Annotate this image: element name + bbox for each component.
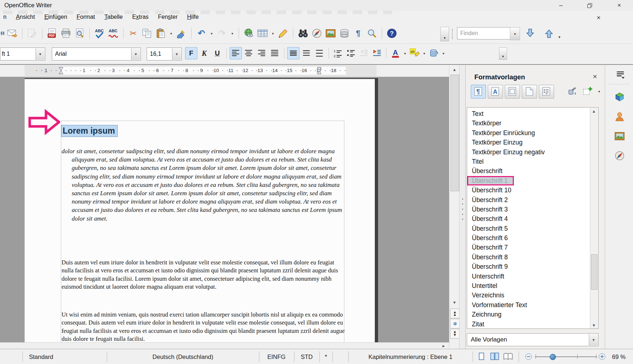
background-color-icon[interactable] (428, 47, 440, 59)
help-icon[interactable]: ? (386, 28, 398, 39)
findbar-options-icon[interactable]: ▾ (558, 35, 561, 39)
document-paragraph-1[interactable]: dolor sit amet, consetetur sadipscing el… (62, 147, 344, 223)
scroll-up-icon[interactable]: ▲ (450, 66, 459, 73)
minimize-button[interactable]: – (552, 0, 570, 11)
line-spacing-1-icon[interactable] (288, 47, 299, 59)
style-item[interactable]: Überschrift (467, 166, 598, 176)
style-filter-combobox[interactable]: Alle Vorlagen ▾ (467, 333, 599, 346)
style-item[interactable]: Text (467, 109, 598, 118)
print-icon[interactable] (60, 28, 72, 39)
menu-item-hilfe[interactable]: Hilfe (183, 11, 204, 23)
style-item[interactable]: Vorformatierter Text (467, 300, 598, 310)
line-spacing-1-5-icon[interactable] (301, 47, 312, 59)
view-layout-multi-page-icon[interactable] (489, 351, 500, 363)
outline-status[interactable]: Kapitelnummerierung : Ebene 1 (348, 349, 473, 364)
formatting-marks-icon[interactable]: ¶ (352, 28, 364, 39)
style-item[interactable]: Unterschrift (467, 272, 598, 281)
font-name-combobox[interactable]: Arial ▾ (52, 47, 141, 60)
italic-icon[interactable]: K (198, 47, 210, 59)
font-name-dropdown-icon[interactable]: ▾ (131, 48, 140, 60)
style-item[interactable]: Überschrift 1 (467, 176, 513, 185)
right-indent-marker-icon[interactable] (317, 67, 322, 76)
find-up-icon[interactable] (543, 28, 555, 39)
style-list-scrollbar[interactable]: ▲ ▼ (590, 108, 598, 329)
fill-format-mode-icon[interactable] (565, 85, 579, 98)
heading-selection[interactable]: Lorem ipsum (62, 126, 117, 136)
document-close-icon[interactable]: × (593, 13, 604, 22)
navigator-icon[interactable] (311, 28, 323, 39)
horizontal-ruler[interactable]: 1123456789101112131415161718 (25, 65, 377, 76)
zoom-icon[interactable] (366, 28, 378, 39)
document-paragraph-2[interactable]: Duis autem vel eum iriure dolor in hendr… (62, 259, 345, 291)
style-item[interactable]: Titel (467, 157, 598, 166)
font-color-icon[interactable]: A (390, 47, 401, 59)
find-dropdown-icon[interactable]: ▾ (510, 27, 520, 40)
toolbar-options-button[interactable]: ▾ (440, 27, 449, 41)
paragraph-styles-icon[interactable]: ¶ (471, 85, 486, 99)
format-paintbrush-icon[interactable] (176, 28, 187, 39)
scroll-down-icon[interactable]: ▼ (450, 299, 459, 306)
highlighting-icon[interactable]: ab (409, 47, 420, 59)
background-color-dropdown-icon[interactable]: ▾ (441, 51, 446, 55)
find-input[interactable] (457, 27, 516, 39)
style-item[interactable]: Überschrift 6 (467, 233, 598, 243)
style-item[interactable]: Überschrift 8 (467, 252, 598, 262)
mail-send-icon[interactable] (7, 28, 18, 39)
spellcheck-icon[interactable]: ABC (94, 28, 105, 39)
zoom-slider-thumb[interactable] (550, 354, 556, 360)
panel-close-icon[interactable]: × (590, 72, 600, 81)
data-sources-icon[interactable] (339, 28, 350, 39)
style-filter-dropdown-icon[interactable]: ▾ (589, 334, 598, 346)
vertical-scrollbar[interactable]: ▲ ▼ ▲▲ ▼▼ (449, 65, 460, 349)
document-heading[interactable]: Lorem ipsum (62, 125, 117, 137)
style-item[interactable]: Zeichnung (467, 310, 598, 319)
bullet-list-icon[interactable] (345, 47, 357, 59)
style-item[interactable]: Verzeichnis (467, 290, 598, 300)
language-status[interactable]: Deutsch (Deutschland) (107, 349, 259, 364)
style-item[interactable]: Überschrift 9 (467, 262, 598, 271)
copy-icon[interactable] (141, 28, 153, 39)
auto-spellcheck-icon[interactable]: ABC (108, 28, 119, 39)
paste-icon[interactable] (155, 28, 167, 39)
style-item[interactable]: Überschrift 2 (467, 195, 598, 205)
zoom-slider-track[interactable] (535, 356, 597, 357)
align-center-icon[interactable] (243, 47, 255, 59)
sidebar-tab-gallery-icon[interactable] (613, 130, 626, 143)
modified-status[interactable]: * (319, 349, 332, 364)
increase-indent-icon[interactable] (371, 47, 383, 59)
font-color-dropdown-icon[interactable]: ▾ (403, 51, 407, 55)
navigation-dot-icon[interactable] (450, 319, 460, 329)
style-item[interactable]: Überschrift 5 (467, 224, 598, 233)
horizontal-scrollbar[interactable]: ▸ (0, 342, 449, 349)
redo-dropdown-icon[interactable]: ▾ (230, 32, 235, 35)
scroll-right-icon[interactable]: ▸ (439, 343, 448, 349)
style-item[interactable]: Untertitel (467, 281, 598, 290)
sidebar-tab-navigator-icon[interactable] (613, 149, 626, 162)
paragraph-style-combobox[interactable]: ft 1 ▾ (0, 47, 45, 60)
frame-styles-icon[interactable] (505, 85, 520, 99)
line-spacing-2-icon[interactable] (314, 47, 325, 59)
findbar-grip[interactable] (452, 29, 454, 39)
document-paragraph-3[interactable]: Ut wisi enim ad minim veniam, quis nostr… (62, 311, 345, 342)
zoom-in-icon[interactable] (599, 353, 605, 360)
style-item[interactable]: Überschrift 7 (467, 243, 598, 252)
highlighting-dropdown-icon[interactable]: ▾ (422, 51, 427, 55)
menu-item-tabelle[interactable]: Tabelle (100, 11, 127, 23)
document-workspace[interactable]: Lorem ipsum dolor sit amet, consetetur s… (0, 77, 449, 342)
previous-page-icon[interactable]: ▲▲ (450, 309, 460, 318)
list-styles-icon[interactable] (539, 85, 554, 99)
table-icon[interactable] (257, 28, 268, 39)
next-page-icon[interactable]: ▼▼ (450, 329, 460, 339)
vertical-scrollbar-thumb[interactable] (450, 75, 459, 191)
style-item[interactable]: Zitat (467, 319, 598, 329)
zoom-out-icon[interactable] (525, 353, 532, 360)
numbered-list-icon[interactable]: 12 (332, 47, 344, 59)
paragraph-style-dropdown-icon[interactable]: ▾ (35, 48, 45, 60)
character-styles-icon[interactable]: A (488, 85, 503, 99)
zoom-level[interactable]: 69 % (612, 349, 626, 364)
view-layout-book-icon[interactable] (502, 351, 514, 363)
new-style-from-selection-dropdown-icon[interactable]: ▾ (597, 89, 601, 93)
align-left-icon[interactable] (230, 47, 242, 59)
style-item[interactable]: Überschrift 10 (467, 185, 598, 195)
sidebar-tab-properties-icon[interactable] (613, 91, 626, 104)
